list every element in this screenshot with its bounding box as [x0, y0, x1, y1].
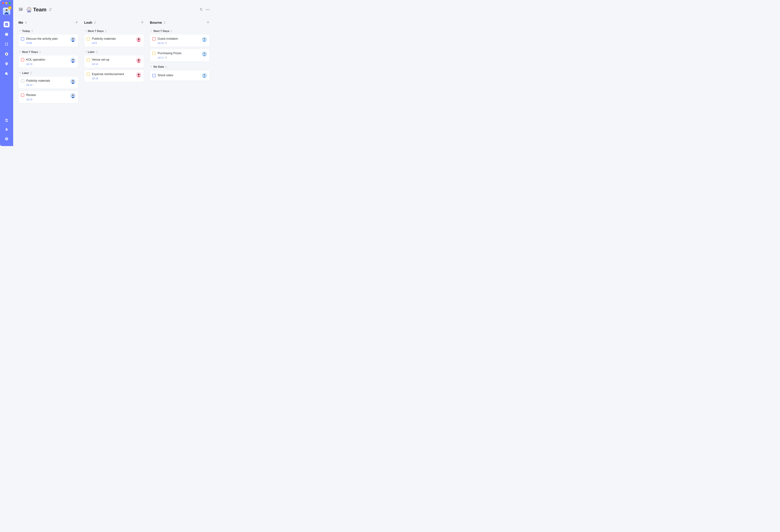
- task-card[interactable]: Publicity materials Jul 6: [84, 35, 144, 47]
- column-count: 3: [94, 21, 96, 25]
- task-date: Jul 19: [26, 98, 68, 101]
- nav-sync-icon[interactable]: [4, 117, 9, 123]
- column-name: Bourne: [150, 20, 162, 25]
- task-assignee-avatar[interactable]: [70, 58, 76, 63]
- task-checkbox[interactable]: [152, 74, 156, 77]
- nav-help-icon[interactable]: [4, 136, 9, 142]
- task-checkbox[interactable]: [87, 37, 90, 41]
- task-title: Shoot video: [158, 74, 200, 77]
- task-group: Next 7 Days 1 Publicity materials Jul 6: [84, 28, 144, 47]
- task-assignee-avatar[interactable]: [136, 72, 141, 77]
- task-assignee-avatar[interactable]: [202, 37, 207, 42]
- nav-calendar[interactable]: [4, 31, 9, 37]
- task-group: No Date 1 Shoot video: [150, 64, 210, 81]
- task-title: Discuss the activity plan: [26, 37, 68, 41]
- chevron-down-icon: [85, 30, 87, 33]
- task-checkbox[interactable]: [152, 37, 156, 41]
- page-title: Team: [33, 7, 46, 13]
- task-assignee-avatar[interactable]: [202, 73, 207, 78]
- board-column: Me 4 Today 1 Discuss the activity plan 1…: [18, 20, 78, 105]
- add-task-icon[interactable]: [75, 20, 78, 25]
- group-count: 2: [30, 71, 32, 75]
- task-checkbox[interactable]: [21, 37, 24, 41]
- task-card[interactable]: Guest invitation Jul 10: [150, 35, 210, 47]
- add-task-icon[interactable]: [141, 20, 144, 25]
- nav-search[interactable]: [4, 71, 9, 77]
- task-card[interactable]: KOL operation Jul 10: [18, 55, 78, 68]
- task-checkbox[interactable]: [21, 94, 24, 97]
- task-date: Jul 18: [92, 77, 134, 80]
- task-checkbox[interactable]: [87, 58, 90, 61]
- task-date: 15:00: [26, 42, 68, 44]
- task-assignee-avatar[interactable]: [70, 37, 76, 42]
- group-name: Later: [88, 50, 95, 54]
- toggle-sidebar-icon[interactable]: [18, 7, 23, 12]
- svg-rect-5: [6, 33, 6, 34]
- group-header[interactable]: No Date 1: [150, 64, 210, 70]
- nav-location[interactable]: [4, 61, 9, 67]
- svg-point-9: [6, 63, 7, 64]
- svg-point-8: [6, 53, 7, 54]
- group-header[interactable]: Next 7 Days 1: [18, 49, 78, 55]
- task-group: Next 7 Days 2 Guest invitation Jul 10 Pu…: [150, 28, 210, 61]
- minimize-window[interactable]: [5, 2, 7, 4]
- task-card[interactable]: Venue set-up Jul 14: [84, 55, 144, 68]
- task-card[interactable]: Publicity materials Jul 12: [18, 77, 78, 89]
- task-assignee-avatar[interactable]: [70, 79, 76, 84]
- task-group: Later 2 Venue set-up Jul 14 Expense reim…: [84, 49, 144, 82]
- group-header[interactable]: Next 7 Days 1: [84, 28, 144, 35]
- task-group: Next 7 Days 1 KOL operation Jul 10: [18, 49, 78, 68]
- reminder-icon: [165, 42, 167, 44]
- sort-icon[interactable]: [199, 8, 203, 12]
- task-assignee-avatar[interactable]: [136, 58, 141, 63]
- group-header[interactable]: Later 2: [84, 49, 144, 55]
- task-card[interactable]: Expense reimbursement Jul 18: [84, 70, 144, 82]
- main-content: 🎡 Team Me 4 Today 1 Dis: [13, 0, 214, 146]
- column-header: Leah 3: [84, 20, 144, 25]
- task-checkbox[interactable]: [21, 58, 24, 61]
- task-checkbox[interactable]: [21, 79, 24, 83]
- group-name: Today: [22, 30, 30, 33]
- nav-apps[interactable]: [4, 41, 9, 47]
- user-avatar[interactable]: [3, 8, 10, 15]
- task-title: Publicity materials: [26, 79, 68, 83]
- close-window[interactable]: [2, 2, 4, 4]
- group-count: 2: [96, 50, 97, 54]
- group-header[interactable]: Next 7 Days 2: [150, 28, 210, 35]
- group-header[interactable]: Later 2: [18, 70, 78, 77]
- column-header: Bourne 3: [150, 20, 210, 25]
- group-count: 1: [165, 65, 167, 68]
- share-icon[interactable]: [49, 8, 52, 12]
- task-date: Jul 11: [158, 56, 200, 59]
- group-name: Next 7 Days: [88, 30, 104, 33]
- task-date: Jul 10: [26, 63, 68, 65]
- task-title: Review: [26, 93, 68, 97]
- nav-focus[interactable]: [4, 51, 9, 57]
- nav-tasks[interactable]: [4, 21, 9, 27]
- task-assignee-avatar[interactable]: [202, 51, 207, 56]
- group-header[interactable]: Today 1: [18, 28, 78, 35]
- task-assignee-avatar[interactable]: [70, 93, 76, 98]
- page-emoji: 🎡: [26, 7, 32, 12]
- chevron-down-icon: [19, 51, 21, 53]
- group-name: Later: [22, 71, 29, 75]
- task-date: Jul 10: [158, 42, 200, 44]
- group-name: Next 7 Days: [153, 30, 169, 33]
- task-card[interactable]: Shoot video: [150, 70, 210, 81]
- chevron-down-icon: [150, 30, 152, 33]
- task-card[interactable]: Discuss the activity plan 15:00: [18, 35, 78, 47]
- task-checkbox[interactable]: [87, 72, 90, 76]
- task-card[interactable]: Purchasing Prizes Jul 11: [150, 49, 210, 61]
- task-checkbox[interactable]: [152, 52, 156, 55]
- maximize-window[interactable]: [9, 2, 11, 4]
- chevron-down-icon: [85, 51, 87, 53]
- add-task-icon[interactable]: [206, 20, 210, 25]
- more-options-icon[interactable]: [206, 9, 210, 10]
- nav-notifications-icon[interactable]: [4, 127, 9, 133]
- task-title: KOL operation: [26, 58, 68, 61]
- task-group: Today 1 Discuss the activity plan 15:00: [18, 28, 78, 47]
- column-count: 4: [25, 21, 27, 25]
- column-name: Leah: [84, 20, 92, 25]
- task-card[interactable]: Review Jul 19: [18, 91, 78, 103]
- task-assignee-avatar[interactable]: [136, 37, 141, 42]
